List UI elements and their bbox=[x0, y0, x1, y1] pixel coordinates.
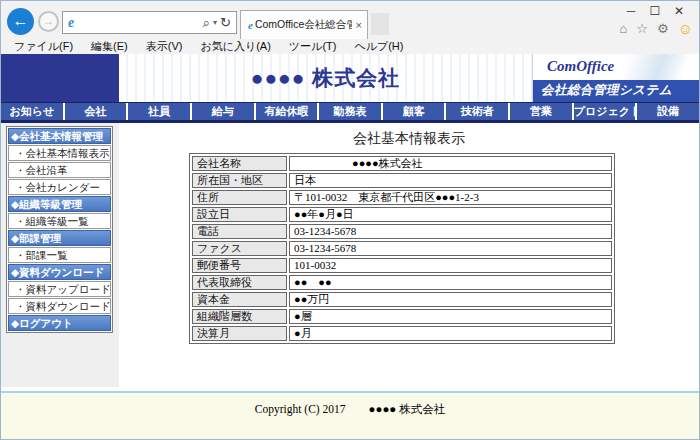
row-value: ●月 bbox=[289, 326, 612, 341]
maximize-button[interactable]: ☐ bbox=[643, 2, 667, 20]
browser-menubar: ファイル(F) 編集(E) 表示(V) お気に入り(A) ツール(T) ヘルプ(… bbox=[1, 39, 699, 54]
forward-icon: → bbox=[43, 14, 55, 28]
back-icon: ← bbox=[13, 12, 29, 29]
tab-close-icon[interactable]: × bbox=[352, 19, 362, 31]
address-bar[interactable]: e ⌕ ▾ ↻ bbox=[62, 11, 237, 34]
row-value: ●●●●株式会社 bbox=[289, 156, 612, 171]
home-icon[interactable]: ⌂ bbox=[620, 21, 628, 36]
row-label: 設立日 bbox=[192, 207, 287, 222]
row-label: 資本金 bbox=[192, 292, 287, 307]
refresh-icon[interactable]: ↻ bbox=[218, 15, 233, 30]
sidebar-header-company-info: ◆会社基本情報管理 bbox=[8, 128, 111, 144]
sidebar-item-company-history[interactable]: ・会社沿革 bbox=[8, 162, 111, 178]
nav-item-paid-leave[interactable]: 有給休暇 bbox=[255, 103, 319, 120]
nav-item-equipment[interactable]: 設備 bbox=[636, 103, 699, 120]
browser-chrome: ← → e ⌕ ▾ ↻ e ComOffice会社総合管理シ... × ─ ☐ … bbox=[1, 1, 699, 54]
address-input[interactable] bbox=[76, 14, 201, 32]
main-panel: 会社基本情報表示 会社名称●●●●株式会社 所在国・地区日本 住所〒101-00… bbox=[119, 123, 699, 391]
company-info-table: 会社名称●●●●株式会社 所在国・地区日本 住所〒101-0032 東京都千代田… bbox=[189, 153, 615, 344]
menu-item-help[interactable]: ヘルプ(H) bbox=[345, 39, 412, 54]
content-area: ◆会社基本情報管理 ・会社基本情報表示 ・会社沿革 ・会社カレンダー ◆組織等級… bbox=[1, 123, 699, 391]
row-label: 会社名称 bbox=[192, 156, 287, 171]
nav-item-company[interactable]: 会社 bbox=[64, 103, 128, 120]
minimize-button[interactable]: ─ bbox=[619, 2, 643, 20]
search-icon[interactable]: ⌕ bbox=[201, 15, 212, 31]
tab-title: ComOffice会社総合管理シ... bbox=[255, 18, 352, 32]
menu-item-view[interactable]: 表示(V) bbox=[137, 39, 192, 54]
sidebar-item-department-list[interactable]: ・部課一覧 bbox=[8, 247, 111, 263]
browser-tab[interactable]: e ComOffice会社総合管理シ... × bbox=[240, 10, 368, 39]
table-row: 会社名称●●●●株式会社 bbox=[192, 156, 612, 171]
row-value: ●● ●● bbox=[289, 275, 612, 290]
table-row: 住所〒101-0032 東京都千代田区●●●1-2-3 bbox=[192, 190, 612, 205]
row-label: ファクス bbox=[192, 241, 287, 256]
window-controls: ─ ☐ ✕ bbox=[619, 2, 691, 20]
nav-item-customer[interactable]: 顧客 bbox=[382, 103, 446, 120]
table-row: 所在国・地区日本 bbox=[192, 173, 612, 188]
back-button[interactable]: ← bbox=[7, 8, 34, 35]
header-left-block bbox=[1, 54, 119, 102]
sidebar-item-company-info-display[interactable]: ・会社基本情報表示 bbox=[8, 145, 111, 161]
table-row: 資本金●●万円 bbox=[192, 292, 612, 307]
ie-icon: e bbox=[248, 19, 253, 31]
favorites-icon[interactable]: ☆ bbox=[636, 21, 648, 36]
settings-icon[interactable]: ⚙ bbox=[657, 21, 669, 36]
company-name: ●●●● 株式会社 bbox=[119, 54, 532, 102]
table-row: 郵便番号101-0032 bbox=[192, 258, 612, 273]
nav-item-engineer[interactable]: 技術者 bbox=[445, 103, 509, 120]
new-tab-button[interactable] bbox=[371, 13, 389, 35]
browser-toolbar: ← → e ⌕ ▾ ↻ e ComOffice会社総合管理シ... × ─ ☐ … bbox=[1, 1, 699, 39]
row-value: 〒101-0032 東京都千代田区●●●1-2-3 bbox=[289, 190, 612, 205]
sidebar-item-document-download[interactable]: ・資料ダウンロード bbox=[8, 298, 111, 314]
row-value: 日本 bbox=[289, 173, 612, 188]
menu-item-favorites[interactable]: お気に入り(A) bbox=[191, 39, 279, 54]
row-value: ●●年●月●日 bbox=[289, 207, 612, 222]
nav-item-sales[interactable]: 営業 bbox=[509, 103, 573, 120]
browser-window: ← → e ⌕ ▾ ↻ e ComOffice会社総合管理シ... × ─ ☐ … bbox=[0, 0, 700, 440]
row-label: 組織階層数 bbox=[192, 309, 287, 324]
menu-item-tools[interactable]: ツール(T) bbox=[280, 39, 346, 54]
close-button[interactable]: ✕ bbox=[667, 2, 691, 20]
row-label: 郵便番号 bbox=[192, 258, 287, 273]
row-label: 代表取締役 bbox=[192, 275, 287, 290]
table-row: 決算月●月 bbox=[192, 326, 612, 341]
menu-item-edit[interactable]: 編集(E) bbox=[82, 39, 137, 54]
sidebar-menu: ◆会社基本情報管理 ・会社基本情報表示 ・会社沿革 ・会社カレンダー ◆組織等級… bbox=[6, 126, 113, 333]
row-label: 電話 bbox=[192, 224, 287, 239]
page-title: 会社基本情報表示 bbox=[119, 130, 699, 148]
nav-item-news[interactable]: お知らせ bbox=[1, 103, 64, 120]
sidebar-item-org-grade-list[interactable]: ・組織等級一覧 bbox=[8, 213, 111, 229]
row-label: 所在国・地区 bbox=[192, 173, 287, 188]
footer: Copyright (C) 2017 ●●●● 株式会社 bbox=[1, 391, 699, 440]
table-row: 代表取締役●● ●● bbox=[192, 275, 612, 290]
sidebar-header-department: ◆部課管理 bbox=[8, 230, 111, 246]
nav-item-timesheet[interactable]: 勤務表 bbox=[318, 103, 382, 120]
sidebar-header-org-grade: ◆組織等級管理 bbox=[8, 196, 111, 212]
sidebar-item-document-upload[interactable]: ・資料アップロード bbox=[8, 281, 111, 297]
table-row: ファクス03-1234-5678 bbox=[192, 241, 612, 256]
nav-item-salary[interactable]: 給与 bbox=[191, 103, 255, 120]
table-row: 組織階層数●層 bbox=[192, 309, 612, 324]
nav-item-employee[interactable]: 社員 bbox=[127, 103, 191, 120]
logo-subtitle: 会社総合管理システム bbox=[533, 80, 699, 102]
browser-action-icons: ⌂ ☆ ⚙ ☺ bbox=[620, 20, 694, 37]
table-row: 設立日●●年●月●日 bbox=[192, 207, 612, 222]
app-logo: ComOffice 会社総合管理システム bbox=[532, 54, 699, 102]
sidebar-item-company-calendar[interactable]: ・会社カレンダー bbox=[8, 179, 111, 195]
row-value: ●層 bbox=[289, 309, 612, 324]
sidebar-header-logout[interactable]: ◆ログアウト bbox=[8, 315, 111, 331]
table-row: 電話03-1234-5678 bbox=[192, 224, 612, 239]
row-value: 03-1234-5678 bbox=[289, 241, 612, 256]
logo-name: ComOffice bbox=[533, 54, 699, 80]
menu-item-file[interactable]: ファイル(F) bbox=[5, 39, 82, 54]
row-value: 101-0032 bbox=[289, 258, 612, 273]
row-label: 住所 bbox=[192, 190, 287, 205]
sidebar: ◆会社基本情報管理 ・会社基本情報表示 ・会社沿革 ・会社カレンダー ◆組織等級… bbox=[1, 123, 119, 387]
row-label: 決算月 bbox=[192, 326, 287, 341]
forward-button[interactable]: → bbox=[38, 11, 59, 32]
page-header: ●●●● 株式会社 ComOffice 会社総合管理システム bbox=[1, 54, 699, 102]
nav-item-project[interactable]: プロジェクト bbox=[573, 103, 637, 120]
row-value: ●●万円 bbox=[289, 292, 612, 307]
sidebar-header-document-download: ◆資料ダウンロード bbox=[8, 264, 111, 280]
smiley-icon[interactable]: ☺ bbox=[678, 20, 693, 37]
